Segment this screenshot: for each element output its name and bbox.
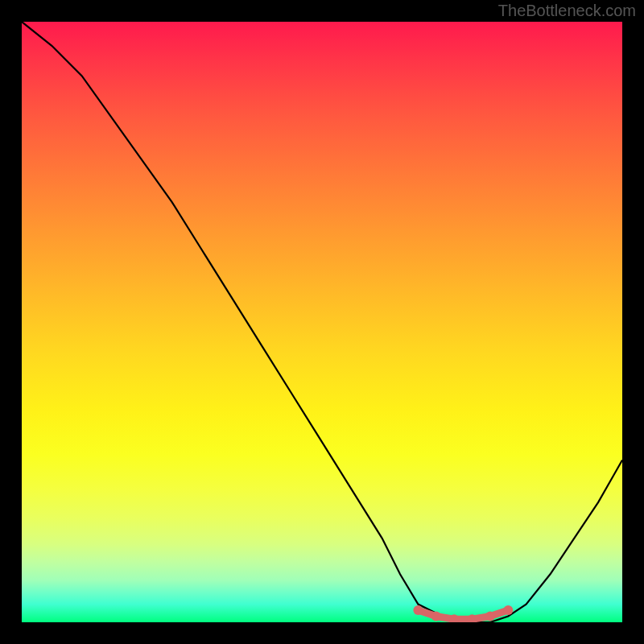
- optimum-marker: [485, 612, 495, 621]
- chart-markers-layer: [22, 22, 622, 622]
- watermark-text: TheBottleneck.com: [498, 2, 636, 20]
- optimum-markers: [413, 605, 513, 622]
- optimum-marker: [413, 605, 423, 615]
- optimum-marker: [431, 612, 441, 621]
- optimum-marker: [503, 605, 513, 615]
